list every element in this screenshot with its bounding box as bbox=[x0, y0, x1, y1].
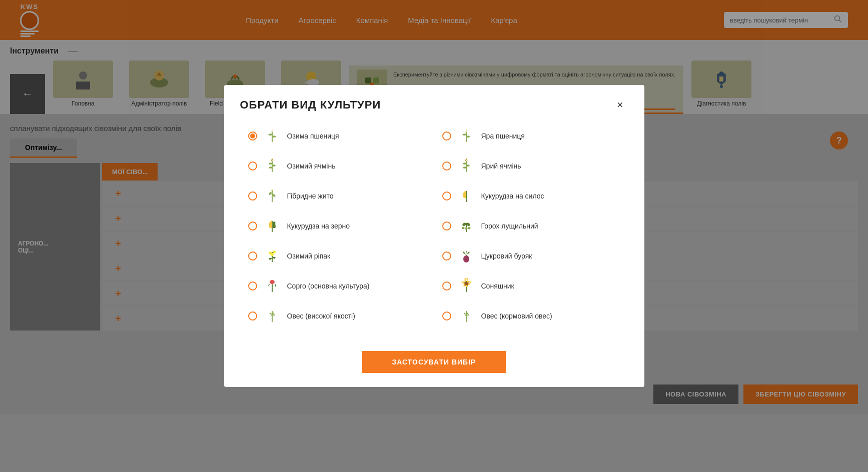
svg-point-27 bbox=[468, 227, 470, 230]
svg-point-26 bbox=[465, 228, 467, 230]
crop-icon-oves-kormovyi bbox=[457, 307, 475, 325]
modal-title: ОБРАТИ ВИД КУЛЬТУРИ bbox=[240, 98, 381, 112]
svg-point-25 bbox=[462, 227, 464, 230]
crop-name-sonyashnyk: Соняшник bbox=[481, 282, 514, 290]
crop-item-oves-yakist[interactable]: Овес (високої якості) bbox=[240, 301, 434, 331]
crop-name-gibrydne-zhyto: Гібридне жито bbox=[287, 192, 334, 200]
radio-kukurudza-sylos bbox=[442, 192, 451, 200]
radio-ozimiy-yachmin bbox=[248, 162, 257, 170]
crop-name-ozima-pshenitsa: Озима пшениця bbox=[287, 132, 339, 140]
crop-name-kukurudza-na-zerno: Кукурудза на зерно bbox=[287, 222, 350, 230]
crop-name-tsukrovyi-buryak: Цукровий буряк bbox=[481, 252, 532, 260]
radio-oves-kormovyi bbox=[442, 312, 451, 320]
crop-name-oves-yakist: Овес (високої якості) bbox=[287, 312, 355, 320]
radio-sorgo bbox=[248, 282, 257, 290]
crop-name-kukurudza-sylos: Кукурудза на силос bbox=[481, 192, 544, 200]
crop-item-yariy-yachmin[interactable]: Ярий ячмінь bbox=[434, 151, 628, 181]
modal-close-button[interactable]: × bbox=[612, 97, 628, 113]
svg-point-22 bbox=[271, 253, 274, 256]
crop-icon-ozymyi-ripak bbox=[263, 247, 281, 265]
svg-point-28 bbox=[463, 256, 469, 262]
svg-point-23 bbox=[270, 280, 275, 284]
crop-icon-ozimiy-yachmin bbox=[263, 157, 281, 175]
crop-selection-modal: ОБРАТИ ВИД КУЛЬТУРИ × Озима пшениця bbox=[224, 85, 644, 387]
crop-name-sorgo: Сорго (основна культура) bbox=[287, 282, 370, 290]
crop-item-kukurudza-na-zerno[interactable]: Кукурудза на зерно bbox=[240, 211, 434, 241]
crop-icon-kukurudza-sylos bbox=[457, 187, 475, 205]
crop-item-ozima-pshenitsa[interactable]: Озима пшениця bbox=[240, 121, 434, 151]
crop-item-sonyashnyk[interactable]: Соняшник bbox=[434, 271, 628, 301]
radio-gorokh bbox=[442, 222, 451, 230]
radio-ozymyi-ripak bbox=[248, 252, 257, 260]
crop-column-right: Яра пшениця Ярий ячмінь bbox=[434, 121, 628, 331]
crop-icon-oves-yakist bbox=[263, 307, 281, 325]
modal-footer: ЗАСТОСУВАТИ ВИБІР bbox=[224, 343, 644, 387]
radio-sonyashnyk bbox=[442, 282, 451, 290]
crop-item-ozymyi-ripak[interactable]: Озимий ріпак bbox=[240, 241, 434, 271]
crop-icon-tsukrovyi-buryak bbox=[457, 247, 475, 265]
crop-item-ozimiy-yachmin[interactable]: Озимий ячмінь bbox=[240, 151, 434, 181]
crop-item-yara-pshenitsa[interactable]: Яра пшениця bbox=[434, 121, 628, 151]
crop-name-ozimiy-yachmin: Озимий ячмінь bbox=[287, 162, 336, 170]
crop-name-yariy-yachmin: Ярий ячмінь bbox=[481, 162, 521, 170]
radio-tsukrovyi-buryak bbox=[442, 252, 451, 260]
crop-item-oves-kormovyi[interactable]: Овес (кормовий овес) bbox=[434, 301, 628, 331]
radio-ozima-pshenitsa bbox=[248, 132, 257, 140]
radio-kukurudza-na-zerno bbox=[248, 222, 257, 230]
crop-column-left: Озима пшениця Озимий ячмінь bbox=[240, 121, 434, 331]
crop-item-kukurudza-sylos[interactable]: Кукурудза на силос bbox=[434, 181, 628, 211]
crop-icon-yariy-yachmin bbox=[457, 157, 475, 175]
crop-item-tsukrovyi-buryak[interactable]: Цукровий буряк bbox=[434, 241, 628, 271]
apply-selection-button[interactable]: ЗАСТОСУВАТИ ВИБІР bbox=[362, 351, 506, 373]
crop-item-sorgo[interactable]: Сорго (основна культура) bbox=[240, 271, 434, 301]
radio-oves-yakist bbox=[248, 312, 257, 320]
crop-grid: Озима пшениця Озимий ячмінь bbox=[240, 121, 628, 331]
modal-body: Озима пшениця Озимий ячмінь bbox=[224, 121, 644, 343]
crop-name-oves-kormovyi: Овес (кормовий овес) bbox=[481, 312, 552, 320]
crop-item-gorokh[interactable]: Горох лущильний bbox=[434, 211, 628, 241]
crop-name-gorokh: Горох лущильний bbox=[481, 222, 538, 230]
crop-item-gibrydne-zhyto[interactable]: Гібридне жито bbox=[240, 181, 434, 211]
crop-icon-sorgo bbox=[263, 277, 281, 295]
crop-name-ozymyi-ripak: Озимий ріпак bbox=[287, 252, 331, 260]
crop-icon-ozima-pshenitsa bbox=[263, 127, 281, 145]
crop-icon-sonyashnyk bbox=[457, 277, 475, 295]
crop-name-yara-pshenitsa: Яра пшениця bbox=[481, 132, 525, 140]
modal-header: ОБРАТИ ВИД КУЛЬТУРИ × bbox=[224, 85, 644, 121]
crop-icon-gorokh bbox=[457, 217, 475, 235]
radio-gibrydne-zhyto bbox=[248, 192, 257, 200]
modal-overlay[interactable]: ОБРАТИ ВИД КУЛЬТУРИ × Озима пшениця bbox=[0, 0, 868, 472]
radio-yariy-yachmin bbox=[442, 162, 451, 170]
crop-icon-yara-pshenitsa bbox=[457, 127, 475, 145]
crop-icon-gibrydne-zhyto bbox=[263, 187, 281, 205]
svg-point-21 bbox=[273, 250, 276, 254]
radio-yara-pshenitsa bbox=[442, 132, 451, 140]
crop-icon-kukurudza-na-zerno bbox=[263, 217, 281, 235]
